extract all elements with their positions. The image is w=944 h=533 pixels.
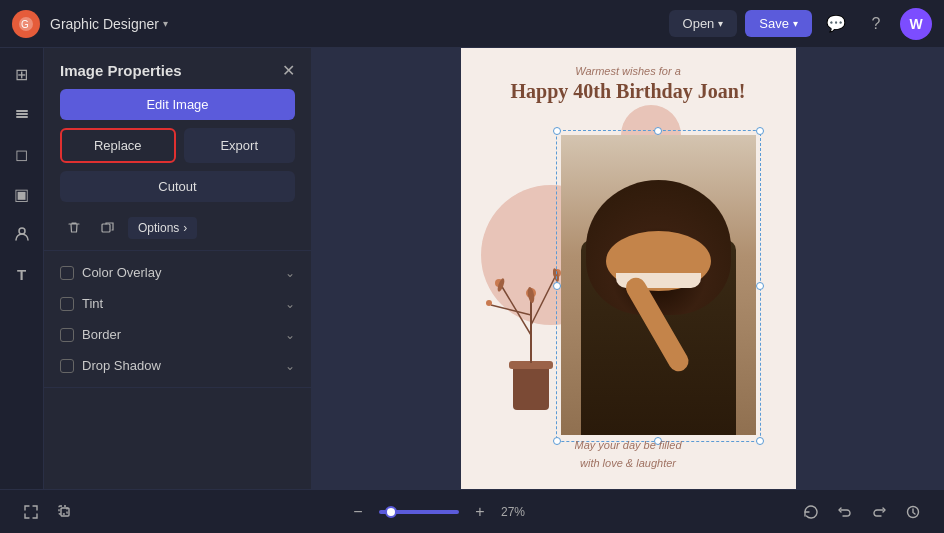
shapes-icon-button[interactable]: ◻ [4, 136, 40, 172]
zoom-controls: − + 27% [343, 497, 533, 527]
svg-rect-2 [16, 110, 28, 112]
export-button[interactable]: Export [184, 128, 296, 163]
svg-rect-4 [16, 116, 28, 118]
avatar[interactable]: W [900, 8, 932, 40]
card-text-bottom: May your day be filled with love & laugh… [461, 437, 796, 472]
color-overlay-row: Color Overlay ⌄ [60, 257, 295, 288]
card-text-top: Warmest wishes for a [461, 65, 796, 77]
color-overlay-label: Color Overlay [82, 265, 161, 280]
color-overlay-chevron[interactable]: ⌄ [285, 266, 295, 280]
zoom-slider[interactable] [379, 510, 459, 514]
history-icon-button[interactable] [898, 497, 928, 527]
card-text-main: Happy 40th Birthday Joan! [461, 79, 796, 103]
photo-frame[interactable] [561, 135, 756, 435]
grid-icon-button[interactable]: ⊞ [4, 56, 40, 92]
trash-icon-button[interactable] [60, 214, 88, 242]
text-icon-button[interactable]: T [4, 256, 40, 292]
open-button[interactable]: Open ▾ [669, 10, 738, 37]
svg-rect-20 [61, 508, 69, 516]
panel-close-button[interactable]: ✕ [282, 63, 295, 79]
options-button[interactable]: Options › [128, 217, 197, 239]
svg-point-16 [486, 300, 492, 306]
main-area: ⊞ ◻ ▣ T Image Properties ✕ Edit Image Re… [0, 48, 944, 489]
color-overlay-checkbox[interactable] [60, 266, 74, 280]
tint-checkbox[interactable] [60, 297, 74, 311]
media-icon-button[interactable]: ▣ [4, 176, 40, 212]
zoom-out-button[interactable]: − [343, 497, 373, 527]
svg-point-5 [19, 228, 25, 234]
crop-icon-button[interactable] [50, 497, 80, 527]
handle-middle-right[interactable] [756, 282, 764, 290]
icon-bar: ⊞ ◻ ▣ T [0, 48, 44, 489]
panel-header: Image Properties ✕ [44, 48, 311, 89]
panel-title: Image Properties [60, 62, 182, 79]
svg-line-11 [531, 275, 556, 325]
panel-sections: Color Overlay ⌄ Tint ⌄ Border ⌄ [44, 251, 311, 388]
panel-toolbar: Options › [44, 210, 311, 251]
svg-rect-21 [59, 506, 67, 514]
svg-rect-3 [16, 113, 28, 115]
tint-row: Tint ⌄ [60, 288, 295, 319]
open-arrow: ▾ [718, 18, 723, 29]
chat-icon-button[interactable]: 💬 [820, 8, 852, 40]
tint-label: Tint [82, 296, 103, 311]
save-arrow: ▾ [793, 18, 798, 29]
photo-sim [561, 135, 756, 435]
drop-shadow-label: Drop Shadow [82, 358, 161, 373]
redo-icon-button[interactable] [864, 497, 894, 527]
help-icon-button[interactable]: ? [860, 8, 892, 40]
drop-shadow-checkbox[interactable] [60, 359, 74, 373]
canvas-area[interactable]: Warmest wishes for a Happy 40th Birthday… [312, 48, 944, 489]
svg-line-12 [491, 305, 531, 315]
duplicate-icon-button[interactable] [94, 214, 122, 242]
border-row: Border ⌄ [60, 319, 295, 350]
svg-rect-7 [513, 365, 549, 410]
topbar: G Graphic Designer ▾ Open ▾ Save ▾ 💬 ? W [0, 0, 944, 48]
people-icon-button[interactable] [4, 216, 40, 252]
canvas-wrapper: Warmest wishes for a Happy 40th Birthday… [461, 48, 796, 489]
tint-chevron[interactable]: ⌄ [285, 297, 295, 311]
border-checkbox[interactable] [60, 328, 74, 342]
design-card[interactable]: Warmest wishes for a Happy 40th Birthday… [461, 48, 796, 489]
refresh-icon-button[interactable] [796, 497, 826, 527]
brand-selector[interactable]: Graphic Designer ▾ [50, 16, 168, 32]
brand-name: Graphic Designer [50, 16, 159, 32]
app-logo: G [12, 10, 40, 38]
save-button[interactable]: Save ▾ [745, 10, 812, 37]
replace-button[interactable]: Replace [60, 128, 176, 163]
edit-image-button[interactable]: Edit Image [60, 89, 295, 120]
bottom-right-tools [796, 497, 928, 527]
fit-icon-button[interactable] [16, 497, 46, 527]
topbar-actions: Open ▾ Save ▾ 💬 ? W [669, 8, 932, 40]
replace-export-row: Replace Export [60, 128, 295, 163]
drop-shadow-row: Drop Shadow ⌄ [60, 350, 295, 381]
zoom-percentage: 27% [501, 505, 533, 519]
border-chevron[interactable]: ⌄ [285, 328, 295, 342]
drop-shadow-chevron[interactable]: ⌄ [285, 359, 295, 373]
svg-text:G: G [21, 19, 29, 30]
layers-icon-button[interactable] [4, 96, 40, 132]
undo-icon-button[interactable] [830, 497, 860, 527]
handle-top-left[interactable] [553, 127, 561, 135]
cutout-button[interactable]: Cutout [60, 171, 295, 202]
image-properties-panel: Image Properties ✕ Edit Image Replace Ex… [44, 48, 312, 489]
bottom-left-tools [16, 497, 80, 527]
bottom-bar: − + 27% [0, 489, 944, 533]
zoom-in-button[interactable]: + [465, 497, 495, 527]
brand-arrow: ▾ [163, 18, 168, 29]
border-label: Border [82, 327, 121, 342]
handle-top-right[interactable] [756, 127, 764, 135]
svg-rect-6 [102, 224, 110, 232]
